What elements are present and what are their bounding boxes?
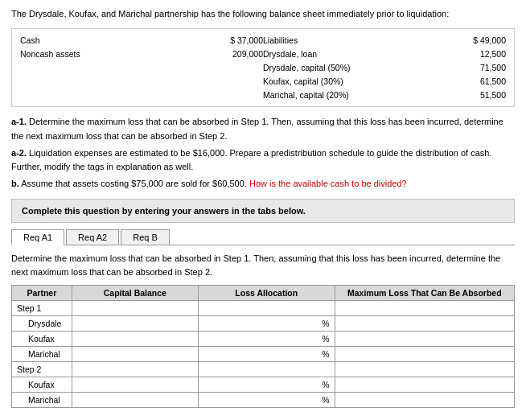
koufax-s1-loss-input[interactable] [203,334,320,344]
balance-sheet: Cash $ 37,000 Noncash assets 209,000 Lia… [11,28,515,107]
bs-left: Cash $ 37,000 Noncash assets 209,000 [20,34,263,101]
marichal-s1-pct-sign: % [322,349,329,359]
bs-row-noncash: Noncash assets 209,000 [20,47,263,61]
bs-row-marichal-capital: Marichal, capital (20%) 51,500 [263,89,506,102]
marichal-s2-loss-cell[interactable]: % [198,393,335,408]
row-step1: Step 1 [12,301,515,316]
step1-capital [72,301,198,316]
main-table: Partner Capital Balance Loss Allocation … [11,285,515,408]
drysdale-loss-input[interactable] [203,319,320,328]
bs-row-drysdale-loan: Drysdale, loan 12,500 [263,47,506,61]
row-step2: Step 2 [12,362,515,377]
questions-section: a-1. Determine the maximum loss that can… [11,115,515,191]
th-max-loss: Maximum Loss That Can Be Absorbed [335,286,514,301]
bs-marichal-capital-label: Marichal, capital (20%) [263,89,349,102]
marichal-s2-max-input[interactable] [340,395,509,405]
marichal-s1-max-cell[interactable] [335,347,514,362]
tabs-bar: Req A1 Req A2 Req B [11,229,515,245]
marichal-s1-loss-input[interactable] [203,349,320,359]
koufax-s2-loss-cell[interactable]: % [198,377,335,393]
bs-koufax-capital-value: 61,500 [480,75,506,89]
drysdale-capital-cell[interactable] [72,316,198,331]
bs-right: Liabilities $ 49,000 Drysdale, loan 12,5… [263,34,506,101]
bs-marichal-capital-value: 51,500 [480,89,506,102]
step1-loss [198,301,335,316]
drysdale-pct-sign: % [322,319,329,328]
bs-koufax-capital-label: Koufax, capital (30%) [263,75,343,89]
bs-row-liabilities: Liabilities $ 49,000 [263,34,506,47]
tab-description: Determine the maximum loss that can be a… [11,252,515,278]
marichal-s1-max-input[interactable] [340,349,509,359]
intro-text: The Drysdale, Koufax, and Marichal partn… [11,8,515,20]
row-koufax-step2: Koufax % [12,377,515,393]
bs-cash-value: $ 37,000 [230,34,263,47]
drysdale-max-cell[interactable] [335,316,514,331]
koufax-s2-loss-input[interactable] [203,380,320,389]
marichal-s2-capital-input[interactable] [77,395,193,405]
tab-req-b[interactable]: Req B [121,229,170,245]
bs-row-drysdale-capital: Drysdale, capital (50%) 71,500 [263,61,506,75]
marichal-s1-capital-cell[interactable] [72,347,198,362]
row-koufax-step1: Koufax % [12,331,515,347]
marichal-s2-label: Marichal [12,393,72,408]
bs-row-cash: Cash $ 37,000 [20,34,263,47]
koufax-s1-label: Koufax [12,331,72,347]
marichal-s1-loss-cell[interactable]: % [198,347,335,362]
step2-label: Step 2 [12,362,72,377]
koufax-s2-capital-cell[interactable] [72,377,198,393]
step2-capital [72,362,198,377]
th-loss-allocation: Loss Allocation [198,286,335,301]
bs-cash-label: Cash [20,34,40,47]
drysdale-loss-cell[interactable]: % [198,316,335,331]
koufax-s2-max-input[interactable] [340,380,509,389]
bs-row-koufax-capital: Koufax, capital (30%) 61,500 [263,75,506,89]
tab-req-a1[interactable]: Req A1 [11,229,64,245]
koufax-s2-pct-sign: % [322,380,329,389]
koufax-s1-pct-sign: % [322,334,329,344]
question-a1: a-1. Determine the maximum loss that can… [11,115,515,143]
marichal-s2-pct-sign: % [322,395,329,405]
koufax-s1-capital-input[interactable] [77,334,193,344]
step2-max [335,362,514,377]
row-drysdale: Drysdale % [12,316,515,331]
koufax-s1-capital-cell[interactable] [72,331,198,347]
complete-box: Complete this question by entering your … [11,199,515,223]
table-header-row: Partner Capital Balance Loss Allocation … [12,286,515,301]
bs-drysdale-loan-value: 12,500 [480,47,506,61]
bs-liabilities-value: $ 49,000 [473,34,506,47]
koufax-s2-capital-input[interactable] [77,380,193,389]
koufax-s2-label: Koufax [12,377,72,393]
bs-drysdale-capital-value: 71,500 [480,61,506,75]
th-capital-balance: Capital Balance [72,286,198,301]
th-partner: Partner [12,286,72,301]
tab-req-a2[interactable]: Req A2 [66,229,119,245]
marichal-s1-capital-input[interactable] [77,349,193,359]
step1-label: Step 1 [12,301,72,316]
row-marichal-step1: Marichal % [12,347,515,362]
drysdale-max-input[interactable] [340,319,509,328]
bs-drysdale-capital-label: Drysdale, capital (50%) [263,61,351,75]
bs-drysdale-loan-label: Drysdale, loan [263,47,317,61]
koufax-s1-max-cell[interactable] [335,331,514,347]
drysdale-label: Drysdale [12,316,72,331]
bs-noncash-value: 209,000 [232,47,263,61]
step1-max [335,301,514,316]
marichal-s2-capital-cell[interactable] [72,393,198,408]
step2-loss [198,362,335,377]
bs-noncash-label: Noncash assets [20,47,80,61]
koufax-s1-max-input[interactable] [340,334,509,344]
question-a2: a-2. Liquidation expenses are estimated … [11,146,515,175]
question-b: b. Assume that assets costing $75,000 ar… [11,177,515,191]
marichal-s2-loss-input[interactable] [203,395,320,405]
row-marichal-step2: Marichal % [12,393,515,408]
bs-liabilities-label: Liabilities [263,34,298,47]
marichal-s2-max-cell[interactable] [335,393,514,408]
marichal-s1-label: Marichal [12,347,72,362]
koufax-s2-max-cell[interactable] [335,377,514,393]
koufax-s1-loss-cell[interactable]: % [198,331,335,347]
drysdale-capital-input[interactable] [77,319,193,328]
